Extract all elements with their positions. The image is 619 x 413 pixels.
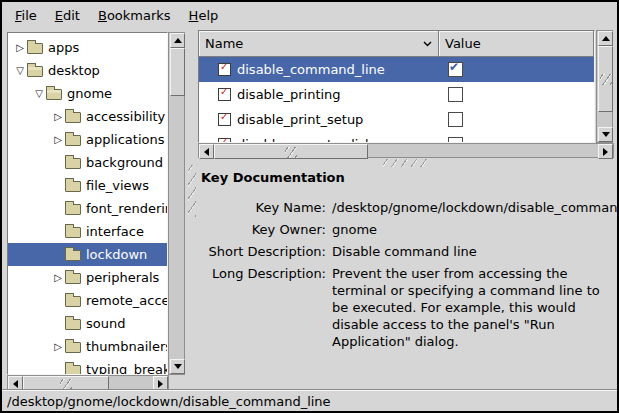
- tree-horizontal-scrollbar[interactable]: [7, 375, 169, 390]
- scroll-down-button[interactable]: [170, 359, 185, 374]
- tree-item-interface[interactable]: interface: [8, 220, 167, 243]
- key-icon: [218, 113, 231, 126]
- expander-collapsed-icon[interactable]: ▷: [13, 42, 27, 53]
- key-icon: [218, 63, 231, 76]
- folder-icon: [46, 89, 62, 100]
- table-row-disable_print_setup[interactable]: disable_print_setup: [199, 107, 594, 132]
- table-vertical-scrollbar[interactable]: [596, 30, 613, 143]
- expander-expanded-icon[interactable]: ▽: [32, 88, 46, 99]
- tree-item-label: typing_break: [86, 362, 168, 375]
- tree-item-label: peripherals: [86, 270, 159, 285]
- expander-collapsed-icon[interactable]: ▷: [51, 272, 65, 283]
- tree-item-label: interface: [86, 224, 144, 239]
- tree-item-label: desktop: [48, 63, 100, 78]
- tree-item-applications[interactable]: ▷applications: [8, 128, 167, 151]
- key-name-label: disable_printing: [237, 87, 341, 102]
- arrow-right-icon: [158, 380, 163, 388]
- tree-item-typing_break[interactable]: typing_break: [8, 358, 167, 375]
- table-horizontal-scrollbar[interactable]: [198, 143, 614, 158]
- tree-item-apps[interactable]: ▷apps: [8, 36, 167, 59]
- pane-splitter-horizontal[interactable]: [198, 158, 614, 168]
- gconf-editor-window: FileEditBookmarksHelp ▷apps▽desktop▽gnom…: [0, 0, 619, 413]
- table-row-disable_save_to_disk[interactable]: disable_save_to_disk: [199, 132, 594, 143]
- folder-icon: [27, 43, 43, 54]
- key-table[interactable]: Name Value disable_command_linedisable_p…: [198, 30, 595, 143]
- scroll-down-button[interactable]: [598, 127, 613, 142]
- doc-value: Prevent the user from accessing the term…: [332, 265, 612, 350]
- menubar: FileEditBookmarksHelp: [2, 2, 617, 28]
- tree-item-label: thumbnailers: [86, 339, 168, 354]
- folder-icon: [65, 181, 81, 192]
- scrollbar-thumb[interactable]: [598, 46, 613, 112]
- column-header-name-label: Name: [205, 36, 243, 51]
- tree-item-file_views[interactable]: file_views: [8, 174, 167, 197]
- expander-expanded-icon[interactable]: ▽: [13, 65, 27, 76]
- expander-collapsed-icon[interactable]: ▷: [51, 134, 65, 145]
- config-tree[interactable]: ▷apps▽desktop▽gnome▷accessibility▷applic…: [7, 32, 168, 375]
- key-icon: [218, 88, 231, 101]
- table-cell-value: [439, 112, 594, 127]
- expander-collapsed-icon[interactable]: ▷: [51, 111, 65, 122]
- arrow-up-icon: [602, 36, 610, 41]
- table-cell-value: [439, 62, 594, 77]
- doc-row-0: Key Name:/desktop/gnome/lockdown/disable…: [198, 199, 612, 216]
- key-name-label: disable_print_setup: [237, 112, 363, 127]
- tree-item-label: accessibility: [86, 109, 165, 124]
- doc-value: gnome: [332, 221, 612, 238]
- tree-vertical-scrollbar[interactable]: [168, 32, 185, 375]
- column-header-value-label: Value: [445, 36, 481, 51]
- key-documentation-panel: Key Name:/desktop/gnome/lockdown/disable…: [198, 199, 612, 355]
- pane-splitter-vertical[interactable]: [187, 32, 197, 376]
- tree-item-label: font_rendering: [86, 201, 168, 216]
- table-body: disable_command_linedisable_printingdisa…: [199, 57, 594, 143]
- folder-icon: [65, 273, 81, 284]
- scroll-left-button[interactable]: [199, 144, 214, 159]
- scroll-right-button[interactable]: [598, 144, 613, 159]
- menu-item-file[interactable]: File: [6, 5, 46, 26]
- table-cell-value: [439, 87, 594, 102]
- doc-label: Long Description:: [198, 265, 326, 350]
- column-header-name[interactable]: Name: [199, 31, 439, 57]
- tree-item-font_rendering[interactable]: font_rendering: [8, 197, 167, 220]
- folder-icon: [27, 66, 43, 77]
- column-header-value[interactable]: Value: [439, 31, 594, 57]
- folder-icon: [65, 158, 81, 169]
- tree-item-label: gnome: [67, 86, 112, 101]
- expander-collapsed-icon[interactable]: ▷: [51, 341, 65, 352]
- tree-item-lockdown[interactable]: lockdown: [8, 243, 167, 266]
- value-checkbox[interactable]: [448, 62, 463, 77]
- folder-icon: [65, 319, 81, 330]
- value-checkbox[interactable]: [448, 87, 463, 102]
- menu-item-help[interactable]: Help: [180, 5, 228, 26]
- tree-item-background[interactable]: background: [8, 151, 167, 174]
- scrollbar-thumb[interactable]: [170, 48, 185, 96]
- thumb-grip-icon: [600, 74, 612, 85]
- scroll-up-button[interactable]: [170, 33, 185, 48]
- tree-item-accessibility[interactable]: ▷accessibility: [8, 105, 167, 128]
- doc-label: Key Name:: [198, 199, 326, 216]
- tree-item-desktop[interactable]: ▽desktop: [8, 59, 167, 82]
- sort-chevron-icon[interactable]: [423, 41, 432, 47]
- doc-row-3: Long Description:Prevent the user from a…: [198, 265, 612, 350]
- tree-item-remote_access[interactable]: remote_access: [8, 289, 167, 312]
- tree-item-sound[interactable]: sound: [8, 312, 167, 335]
- doc-row-2: Short Description:Disable command line: [198, 243, 612, 260]
- scroll-up-button[interactable]: [598, 31, 613, 46]
- tree-item-peripherals[interactable]: ▷peripherals: [8, 266, 167, 289]
- arrow-left-icon: [13, 380, 18, 388]
- value-checkbox[interactable]: [448, 112, 463, 127]
- thumb-grip-icon: [60, 379, 72, 390]
- tree-item-gnome[interactable]: ▽gnome: [8, 82, 167, 105]
- table-row-disable_printing[interactable]: disable_printing: [199, 82, 594, 107]
- thumb-grip-icon: [285, 147, 297, 158]
- doc-value: Disable command line: [332, 243, 612, 260]
- tree-item-label: apps: [48, 40, 79, 55]
- tree-item-label: applications: [86, 132, 164, 147]
- menu-item-edit[interactable]: Edit: [46, 5, 89, 26]
- tree-item-label: background: [86, 155, 163, 170]
- tree-item-thumbnailers[interactable]: ▷thumbnailers: [8, 335, 167, 358]
- menu-item-bookmarks[interactable]: Bookmarks: [89, 5, 180, 26]
- folder-icon: [65, 342, 81, 353]
- scrollbar-thumb[interactable]: [214, 144, 368, 159]
- table-row-disable_command_line[interactable]: disable_command_line: [199, 57, 594, 82]
